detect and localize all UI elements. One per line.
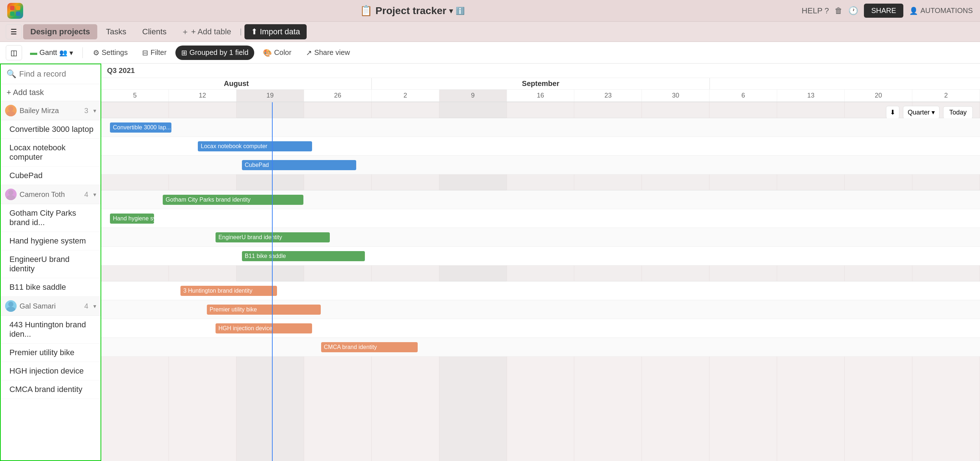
gantt-bar[interactable]: Hand hygiene system	[110, 214, 154, 223]
search-icon: 🔍	[6, 70, 16, 79]
month-august: August	[101, 78, 372, 89]
automations-icon: 👤	[909, 6, 918, 15]
avatar-gal	[5, 300, 17, 312]
group-count-bailey: 3	[84, 106, 88, 115]
top-bar-center: 📋 Project tracker ▾ ℹ️	[360, 5, 465, 17]
share-button[interactable]: SHARE	[864, 4, 903, 18]
date-cell: 5	[101, 90, 169, 101]
list-item[interactable]: CMCA brand identity	[1, 380, 100, 399]
list-item[interactable]: Gotham City Parks brand id...	[1, 204, 100, 232]
list-item[interactable]: Premier utility bike	[1, 344, 100, 362]
group-icon: ⊞	[181, 48, 187, 57]
grouped-button[interactable]: ⊞ Grouped by 1 field	[175, 46, 254, 60]
gantt-area: Q3 2021 August September 512192629162330…	[101, 63, 980, 461]
group-expand-gal[interactable]: ▾	[93, 303, 96, 310]
svg-point-7	[6, 195, 15, 200]
group-header-bailey[interactable]: Bailey Mirza 3 ▾	[1, 101, 100, 120]
sidebar-toggle-button[interactable]: ☰	[6, 24, 22, 40]
group-name-cameron: Cameron Toth	[19, 190, 81, 199]
gantt-group-row-cameron	[101, 174, 980, 190]
nav-bar: ☰ Design projects Tasks Clients ＋ + Add …	[0, 22, 980, 42]
add-table-button[interactable]: ＋ + Add table	[175, 24, 237, 40]
view-dropdown-icon[interactable]: ▾	[70, 48, 73, 57]
gantt-view-button[interactable]: ▬ Gantt 👥 ▾	[25, 46, 78, 60]
gantt-bar[interactable]: EngineerU brand identity	[216, 232, 330, 242]
toolbar: ◫ ▬ Gantt 👥 ▾ ⚙ Settings ⊟ Filter ⊞ Grou…	[0, 42, 980, 63]
title-dropdown-icon[interactable]: ▾	[449, 6, 453, 15]
main-content: 🔍 ⤢ + Add task Bailey Mirza 3 ▾ Converti…	[0, 63, 980, 461]
gantt-bar[interactable]: HGH injection device	[216, 323, 312, 333]
svg-point-5	[6, 111, 15, 116]
import-button[interactable]: ⬆ Import data	[245, 24, 306, 40]
title-icon: 📋	[360, 5, 372, 17]
date-cell: 16	[507, 90, 574, 101]
gantt-bar[interactable]: Gotham City Parks brand identity	[163, 195, 304, 205]
gantt-bar[interactable]: B11 bike saddle	[242, 251, 365, 261]
share-icon: ↗	[306, 48, 312, 57]
sidebar-collapse-button[interactable]: ◫	[6, 45, 22, 60]
settings-button[interactable]: ⚙ Settings	[87, 46, 134, 60]
help-label[interactable]: HELP ?	[802, 6, 829, 16]
svg-rect-3	[16, 11, 20, 16]
avatar-bailey	[5, 105, 17, 116]
gantt-bar[interactable]: CubePad	[242, 160, 356, 170]
list-item[interactable]: CubePad	[1, 166, 100, 185]
group-header-cameron[interactable]: Cameron Toth 4 ▾	[1, 185, 100, 204]
search-input[interactable]	[19, 70, 101, 79]
list-item[interactable]: B11 bike saddle	[1, 278, 100, 296]
trash-icon[interactable]: 🗑	[835, 6, 843, 16]
avatar-cameron	[5, 189, 17, 200]
find-record-bar[interactable]: 🔍 ⤢	[1, 64, 100, 84]
group-header-gal[interactable]: Gal Samari 4 ▾	[1, 296, 100, 316]
share-view-button[interactable]: ↗ Share view	[300, 46, 356, 60]
gantt-header: Q3 2021 August September 512192629162330…	[101, 63, 980, 102]
group-expand-cameron[interactable]: ▾	[93, 191, 96, 198]
list-item[interactable]: Hand hygiene system	[1, 232, 100, 250]
app-logo[interactable]	[7, 3, 23, 19]
gantt-bar[interactable]: 3 Huntington brand identity	[180, 286, 277, 296]
gantt-group-row-gal	[101, 266, 980, 282]
gantt-row	[101, 247, 980, 266]
filter-button[interactable]: ⊟ Filter	[136, 46, 172, 60]
group-name-bailey: Bailey Mirza	[19, 106, 81, 115]
today-button[interactable]: Today	[943, 106, 973, 119]
page-title: Project tracker	[375, 5, 446, 17]
svg-point-6	[8, 190, 13, 195]
gantt-icon: ▬	[30, 48, 37, 57]
info-icon[interactable]: ℹ️	[456, 6, 465, 15]
date-cell: 23	[574, 90, 642, 101]
list-item[interactable]: Convertible 3000 laptop	[1, 120, 100, 139]
gantt-bar[interactable]: Premier utility bike	[207, 304, 321, 315]
group-expand-bailey[interactable]: ▾	[93, 107, 96, 114]
gantt-bar[interactable]: Convertible 3000 lap...	[110, 122, 172, 133]
automations-button[interactable]: 👤 AUTOMATIONS	[909, 6, 973, 15]
quarter-label: Q3 2021	[101, 63, 980, 78]
gantt-body: ⬇ Quarter ▾ Today Con	[101, 102, 980, 461]
date-cell: 2	[912, 90, 980, 101]
list-item[interactable]: EngineerU brand identity	[1, 250, 100, 278]
date-cell: 20	[845, 90, 912, 101]
quarter-select[interactable]: Quarter ▾	[903, 106, 940, 119]
date-cell: 30	[642, 90, 710, 101]
date-cell: 12	[169, 90, 237, 101]
list-item[interactable]: Locax notebook computer	[1, 139, 100, 166]
import-icon: ⬆	[251, 27, 258, 36]
table-tab-tasks[interactable]: Tasks	[99, 24, 134, 40]
history-icon[interactable]: 🕐	[848, 6, 858, 16]
list-item[interactable]: HGH injection device	[1, 362, 100, 380]
color-button[interactable]: 🎨 Color	[257, 46, 297, 60]
table-tab-design-projects[interactable]: Design projects	[23, 24, 97, 40]
gantt-bar[interactable]: CMCA brand identity	[321, 342, 418, 352]
date-row: 512192629162330613202	[101, 90, 980, 102]
date-cell: 2	[372, 90, 439, 101]
group-name-gal: Gal Samari	[19, 302, 81, 311]
add-task-button[interactable]: + Add task	[1, 84, 100, 101]
gantt-bar[interactable]: Locax notebook computer	[198, 141, 312, 151]
table-tab-clients[interactable]: Clients	[135, 24, 173, 40]
top-bar-left	[7, 3, 23, 19]
list-item[interactable]: 443 Huntington brand iden...	[1, 316, 100, 344]
download-button[interactable]: ⬇	[886, 106, 899, 119]
svg-point-9	[6, 307, 15, 312]
group-count-cameron: 4	[84, 190, 88, 199]
svg-rect-1	[16, 6, 20, 10]
